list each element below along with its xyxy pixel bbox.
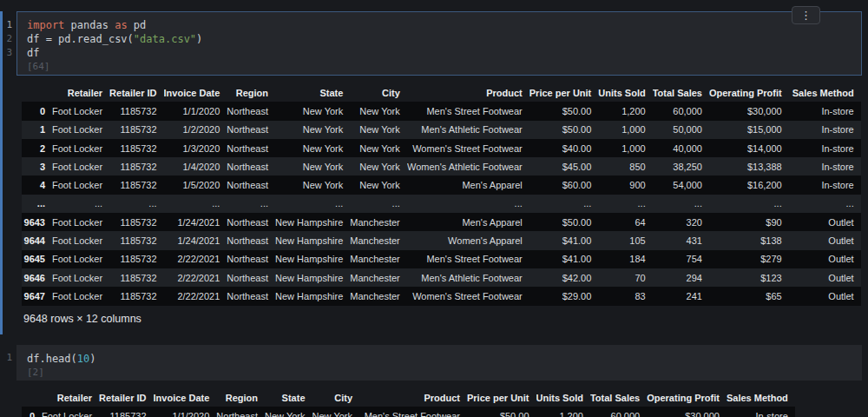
table-cell: Manchester xyxy=(350,268,406,287)
table-row: 9646Foot Locker11857322/22/2021Northeast… xyxy=(22,268,861,287)
table-row: 9644Foot Locker11857321/24/2021Northeast… xyxy=(22,231,861,249)
code-token: ) xyxy=(89,353,95,365)
column-header: Total Sales xyxy=(590,388,647,407)
dataframe-output-1: RetailerRetailer IDInvoice DateRegionSta… xyxy=(22,83,861,306)
table-cell: 1/1/2020 xyxy=(154,407,217,417)
dataframe-shape-summary: 9648 rows × 12 columns xyxy=(23,313,141,325)
code-token: pandas xyxy=(64,19,115,31)
table-cell: New Hampshire xyxy=(275,287,350,305)
table-cell: New York xyxy=(275,139,350,157)
table-cell: New York xyxy=(275,175,350,194)
row-index: 1 xyxy=(22,121,52,139)
table-cell: Northeast xyxy=(227,268,275,287)
table-header-row: RetailerRetailer IDInvoice DateRegionSta… xyxy=(22,83,861,102)
table-row: ....................................... xyxy=(22,195,861,213)
column-header: Region xyxy=(227,83,275,102)
table-cell: 64 xyxy=(598,213,652,231)
row-index: 2 xyxy=(22,139,52,157)
table-cell: In-store xyxy=(727,407,795,417)
table-cell: 1,200 xyxy=(598,102,652,120)
table-cell: Foot Locker xyxy=(52,231,109,249)
code-cell-1[interactable]: import pandas as pddf = pd.read_csv("dat… xyxy=(16,11,862,76)
table-cell: Foot Locker xyxy=(52,250,109,268)
table-cell: $50.00 xyxy=(529,121,599,139)
code-cell-2[interactable]: df.head(10) [2] xyxy=(16,345,862,381)
column-header: Units Sold xyxy=(598,83,652,102)
table-cell: 50,000 xyxy=(653,121,709,139)
table-cell: Manchester xyxy=(350,213,406,231)
table-cell: In-store xyxy=(789,102,861,120)
table-cell: Foot Locker xyxy=(42,407,99,417)
table-cell: ... xyxy=(709,195,789,213)
column-header: Price per Unit xyxy=(529,83,599,102)
column-header: Total Sales xyxy=(653,83,709,102)
table-cell: 1/3/2020 xyxy=(164,139,227,157)
table-cell: $30,000 xyxy=(647,407,727,417)
table-cell: $65 xyxy=(709,287,789,305)
table-cell: 2/22/2021 xyxy=(164,268,227,287)
column-header: Product xyxy=(407,83,529,102)
table-row: 1Foot Locker11857321/2/2020NortheastNew … xyxy=(22,121,861,139)
table-cell: $14,000 xyxy=(709,139,789,157)
table-cell: $13,388 xyxy=(709,157,789,175)
table-cell: Men's Athletic Footwear xyxy=(407,268,529,287)
table-cell: Northeast xyxy=(227,121,275,139)
table-cell: $279 xyxy=(709,250,789,268)
cell-menu-button[interactable]: ⋮ xyxy=(792,6,820,24)
table-cell: 40,000 xyxy=(653,139,709,157)
table-cell: 1/2/2020 xyxy=(164,121,227,139)
line-number: 1 xyxy=(0,18,12,32)
table-cell: Men's Apparel xyxy=(407,213,529,231)
table-cell: 1185732 xyxy=(99,407,153,417)
table-cell: ... xyxy=(598,195,652,213)
table-cell: 38,250 xyxy=(653,157,709,175)
code-line: import pandas as pd xyxy=(27,18,861,32)
column-header: Product xyxy=(359,388,467,407)
code-token: df = pd.read_csv( xyxy=(27,33,134,45)
table-cell: ... xyxy=(350,195,406,213)
code-token: pd xyxy=(128,19,147,31)
table-cell: 1/1/2020 xyxy=(164,102,227,120)
table-cell: $138 xyxy=(709,231,789,249)
code-editor-2[interactable]: df.head(10) xyxy=(17,346,861,366)
column-header: Units Sold xyxy=(536,388,590,407)
table-cell: New York xyxy=(265,407,312,417)
table-cell: 2/22/2021 xyxy=(164,250,227,268)
table-cell: Northeast xyxy=(216,407,265,417)
table-header-row: RetailerRetailer IDInvoice DateRegionSta… xyxy=(22,388,795,407)
table-cell: 1185732 xyxy=(109,231,163,249)
table-cell: 1185732 xyxy=(109,157,163,175)
table-cell: Foot Locker xyxy=(52,175,109,194)
table-cell: 2/22/2021 xyxy=(164,287,227,305)
table-cell: Northeast xyxy=(227,175,275,194)
table-cell: 1185732 xyxy=(109,102,163,120)
table-cell: ... xyxy=(164,195,227,213)
row-index: 9644 xyxy=(22,231,52,249)
table-cell: $45.00 xyxy=(529,157,599,175)
code-editor-1[interactable]: import pandas as pddf = pd.read_csv("dat… xyxy=(17,12,861,60)
table-cell: In-store xyxy=(789,157,861,175)
table-cell: 900 xyxy=(598,175,652,194)
table-cell: New York xyxy=(350,157,406,175)
table-cell: $16,200 xyxy=(709,175,789,194)
table-cell: 850 xyxy=(598,157,652,175)
code-token: 10 xyxy=(77,353,89,365)
column-header: State xyxy=(265,388,312,407)
table-cell: New York xyxy=(350,102,406,120)
table-cell: 1,000 xyxy=(598,139,652,157)
table-cell: $40.00 xyxy=(529,139,599,157)
table-cell: Foot Locker xyxy=(52,102,109,120)
table-cell: $50.00 xyxy=(529,213,599,231)
column-header: City xyxy=(312,388,359,407)
table-cell: New York xyxy=(275,121,350,139)
table-cell: 184 xyxy=(598,250,652,268)
table-cell: Men's Street Footwear xyxy=(407,250,529,268)
column-header: Retailer ID xyxy=(99,388,153,407)
table-cell: Northeast xyxy=(227,287,275,305)
column-header: Region xyxy=(216,388,265,407)
table-cell: ... xyxy=(653,195,709,213)
table-cell: 70 xyxy=(598,268,652,287)
dataframe-table-2: RetailerRetailer IDInvoice DateRegionSta… xyxy=(22,388,795,417)
table-cell: Northeast xyxy=(227,139,275,157)
table-cell: Foot Locker xyxy=(52,139,109,157)
